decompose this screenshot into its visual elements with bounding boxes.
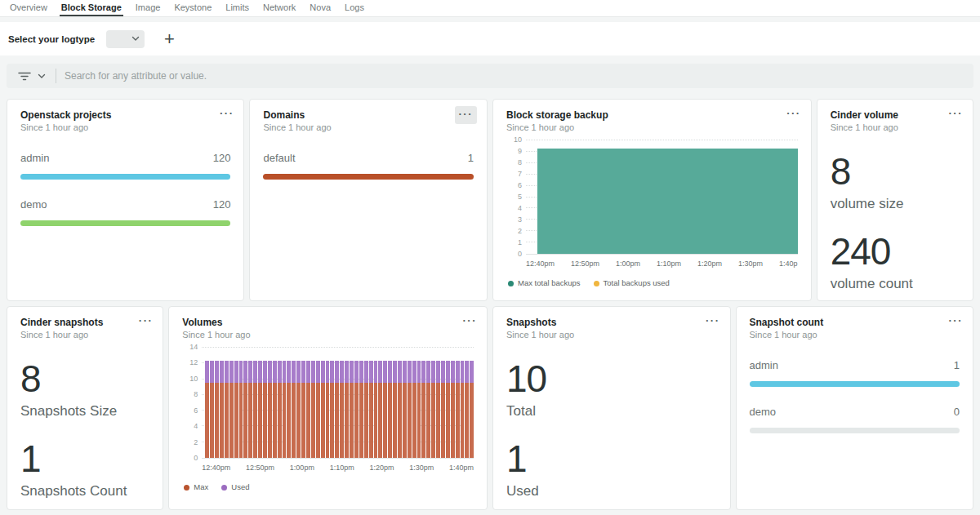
filter-bar: Search for any attribute or value. (7, 64, 973, 88)
bar-list: admin 1 demo 0 (750, 359, 960, 433)
plot-area (202, 348, 474, 459)
x-tick-label: 1:20pm (697, 260, 722, 268)
metric-value: 1 (20, 440, 149, 477)
x-tick-label: 1:30pm (738, 260, 763, 268)
y-tick-label: 6 (518, 181, 522, 189)
legend-item[interactable]: Max (184, 482, 208, 491)
card-title: Snapshot count (750, 317, 960, 328)
list-item-label: default (263, 152, 295, 164)
y-tick-label: 4 (194, 422, 198, 430)
tab-nova[interactable]: Nova (308, 0, 332, 16)
metric-label: Snapshots Size (20, 403, 149, 420)
legend-item[interactable]: Max total backups (508, 278, 581, 287)
bar-series (205, 348, 474, 458)
bar-list: default 1 (263, 152, 474, 180)
card-menu-button[interactable]: ··· (220, 108, 234, 118)
metric-label: Used (506, 483, 717, 499)
list-item-label: demo (750, 406, 777, 418)
card-title: Openstack projects (20, 109, 230, 121)
card-subtitle: Since 1 hour ago (831, 122, 960, 132)
cards-grid: Openstack projects Since 1 hour ago ··· … (7, 99, 973, 510)
filter-menu-button[interactable] (18, 70, 46, 82)
chevron-down-icon (38, 73, 46, 79)
list-item-bar (20, 220, 230, 226)
bar-chart: 14121086420 (182, 348, 474, 491)
y-axis: 109876543210 (506, 140, 526, 255)
y-tick-label: 8 (194, 390, 198, 398)
card-menu-button[interactable]: ··· (949, 315, 964, 326)
list-item-label: admin (20, 152, 49, 164)
bar-list: admin 120 demo 120 (20, 152, 230, 226)
metric-value: 8 (20, 360, 149, 397)
metric: 240 volume count (831, 233, 960, 292)
y-tick-label: 1 (518, 238, 522, 246)
list-item-bar (263, 174, 474, 180)
x-tick-label: 1:10pm (330, 464, 354, 472)
y-tick-label: 5 (518, 193, 522, 201)
y-tick-label: 4 (518, 204, 522, 212)
y-tick-label: 3 (518, 215, 522, 224)
x-tick-label: 12:50pm (571, 260, 599, 268)
legend-item[interactable]: Total backups used (594, 278, 670, 287)
card-block-storage-backup: Block storage backup Since 1 hour ago ··… (492, 99, 812, 301)
x-tick-label: 12:40pm (202, 464, 230, 472)
metric-label: volume size (831, 196, 960, 212)
card-title: Volumes (182, 317, 474, 328)
card-subtitle: Since 1 hour ago (750, 330, 960, 340)
list-item-value: 120 (213, 198, 231, 211)
metric-value: 10 (506, 360, 717, 397)
metric: 10 Total (506, 360, 717, 420)
tab-block-storage[interactable]: Block Storage (60, 0, 123, 16)
metric-label: volume count (831, 276, 960, 292)
list-item: default 1 (263, 152, 474, 180)
tab-keystone[interactable]: Keystone (172, 0, 213, 16)
chart-legend: MaxUsed (184, 482, 474, 491)
y-tick-label: 8 (518, 158, 522, 166)
search-input[interactable]: Search for any attribute or value. (65, 70, 973, 82)
y-tick-label: 2 (518, 227, 522, 235)
list-item-label: demo (20, 198, 47, 211)
legend-item[interactable]: Used (221, 482, 249, 491)
x-tick-label: 12:40pm (526, 260, 555, 268)
tab-image[interactable]: Image (134, 0, 163, 16)
card-volumes: Volumes Since 1 hour ago ··· 14121086420 (168, 306, 488, 510)
area-series (537, 149, 798, 254)
card-menu-button[interactable]: ··· (706, 315, 720, 326)
x-tick-label: 1:00pm (290, 464, 314, 472)
list-item-value: 1 (954, 359, 960, 371)
logtype-dropdown[interactable] (106, 30, 145, 48)
filter-divider (56, 69, 56, 83)
card-snapshot-count: Snapshot count Since 1 hour ago ··· admi… (736, 306, 974, 510)
tab-overview[interactable]: Overview (8, 0, 49, 16)
card-subtitle: Since 1 hour ago (20, 122, 230, 132)
card-subtitle: Since 1 hour ago (20, 330, 149, 340)
metric-label: Snapshots Count (20, 483, 149, 499)
card-title: Cinder volume (831, 109, 960, 121)
y-tick-label: 10 (514, 135, 522, 144)
card-menu-button[interactable]: ··· (455, 106, 478, 124)
metric: 8 volume size (831, 153, 960, 212)
card-menu-button[interactable]: ··· (139, 315, 154, 326)
card-subtitle: Since 1 hour ago (506, 122, 798, 132)
list-item-label: admin (750, 359, 778, 371)
card-menu-button[interactable]: ··· (786, 108, 801, 118)
y-tick-label: 14 (189, 343, 198, 351)
card-menu-button[interactable]: ··· (949, 108, 964, 118)
top-nav: Overview Block Storage Image Keystone Li… (0, 0, 980, 17)
list-item-bar (20, 174, 230, 180)
y-tick-label: 7 (518, 170, 522, 178)
list-item-bar (750, 381, 960, 387)
card-menu-button[interactable]: ··· (463, 315, 478, 326)
tab-logs[interactable]: Logs (343, 0, 366, 16)
funnel-icon (18, 70, 31, 82)
x-tick-label: 1:40pm (449, 464, 474, 472)
list-item-value: 1 (468, 152, 474, 164)
y-tick-label: 9 (518, 147, 522, 155)
y-axis: 14121086420 (182, 348, 202, 459)
tab-network[interactable]: Network (261, 0, 297, 16)
y-tick-label: 6 (194, 406, 198, 415)
add-chart-button[interactable]: + (164, 30, 175, 48)
tab-limits[interactable]: Limits (224, 0, 251, 16)
x-tick-label: 1:40p (779, 260, 798, 268)
list-item-value: 0 (954, 406, 960, 418)
